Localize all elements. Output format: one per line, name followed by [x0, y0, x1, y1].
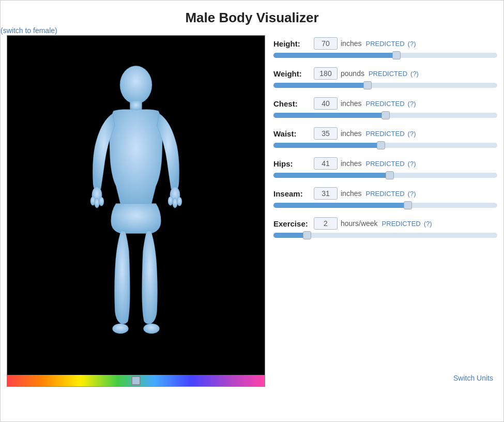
switch-gender-link[interactable]: (switch to female): [1, 26, 57, 35]
control-predicted-inseam: PREDICTED: [365, 190, 404, 198]
control-input-waist[interactable]: [314, 127, 338, 140]
control-row-waist: Waist: inches PREDICTED (?): [273, 127, 497, 148]
control-predicted-height: PREDICTED: [365, 40, 404, 48]
slider-thumb-exercise[interactable]: [303, 231, 311, 239]
controls-panel: Height: inches PREDICTED (?) Weight: pou…: [273, 35, 497, 387]
control-name-inseam: Inseam:: [273, 189, 311, 198]
svg-point-5: [99, 197, 104, 206]
slider-thumb-waist[interactable]: [377, 141, 385, 149]
control-input-chest[interactable]: [314, 97, 338, 110]
slider-fill-inseam: [273, 203, 408, 208]
control-help-height[interactable]: (?): [408, 40, 416, 48]
slider-thumb-weight[interactable]: [363, 81, 372, 89]
control-input-inseam[interactable]: [314, 187, 338, 200]
slider-thumb-height[interactable]: [392, 51, 401, 59]
control-row-chest: Chest: inches PREDICTED (?): [273, 97, 497, 118]
slider-fill-exercise: [273, 233, 307, 238]
page-title: Male Body Visualizer: [1, 1, 503, 26]
control-name-weight: Weight:: [273, 69, 311, 78]
slider-fill-height: [273, 53, 396, 58]
slider-track-inseam[interactable]: [273, 203, 497, 208]
svg-point-11: [144, 324, 160, 334]
slider-track-height[interactable]: [273, 53, 497, 58]
control-unit-chest: inches: [341, 99, 361, 108]
slider-fill-chest: [273, 113, 386, 118]
control-predicted-weight: PREDICTED: [369, 70, 407, 78]
control-help-hips[interactable]: (?): [408, 160, 416, 168]
control-help-weight[interactable]: (?): [410, 70, 419, 78]
control-input-exercise[interactable]: [314, 217, 338, 230]
control-help-exercise[interactable]: (?): [424, 220, 432, 228]
control-input-height[interactable]: [314, 37, 338, 50]
control-input-weight[interactable]: [314, 67, 338, 80]
control-name-height: Height:: [273, 39, 311, 48]
control-unit-inseam: inches: [341, 189, 361, 198]
slider-track-exercise[interactable]: [273, 233, 497, 238]
svg-point-7: [168, 197, 173, 205]
control-help-inseam[interactable]: (?): [408, 190, 416, 198]
svg-point-10: [113, 324, 129, 334]
control-input-hips[interactable]: [314, 157, 338, 170]
control-name-exercise: Exercise:: [273, 219, 311, 228]
slider-track-waist[interactable]: [273, 143, 497, 148]
svg-point-0: [120, 66, 152, 104]
control-row-hips: Hips: inches PREDICTED (?): [273, 157, 497, 178]
slider-fill-hips: [273, 173, 390, 178]
slider-thumb-chest[interactable]: [381, 111, 390, 119]
control-unit-waist: inches: [341, 129, 361, 138]
slider-thumb-inseam[interactable]: [404, 201, 412, 209]
control-help-chest[interactable]: (?): [408, 100, 416, 108]
svg-point-8: [173, 198, 178, 208]
svg-point-4: [95, 198, 100, 208]
control-predicted-waist: PREDICTED: [365, 130, 404, 138]
control-row-inseam: Inseam: inches PREDICTED (?): [273, 187, 497, 208]
control-row-exercise: Exercise: hours/week PREDICTED (?): [273, 217, 497, 238]
slider-track-chest[interactable]: [273, 113, 497, 118]
slider-thumb-hips[interactable]: [386, 171, 394, 179]
slider-fill-waist: [273, 143, 381, 148]
slider-track-hips[interactable]: [273, 173, 497, 178]
control-unit-exercise: hours/week: [341, 219, 378, 228]
control-predicted-hips: PREDICTED: [365, 160, 404, 168]
svg-rect-1: [130, 101, 142, 111]
color-bar-thumb[interactable]: [131, 376, 141, 385]
control-name-chest: Chest:: [273, 99, 311, 108]
control-row-weight: Weight: pounds PREDICTED (?): [273, 67, 497, 88]
control-unit-weight: pounds: [341, 69, 364, 78]
control-row-height: Height: inches PREDICTED (?): [273, 37, 497, 58]
control-name-waist: Waist:: [273, 129, 311, 138]
svg-point-9: [177, 197, 182, 206]
switch-units-button[interactable]: Switch Units: [453, 374, 493, 382]
control-unit-hips: inches: [341, 159, 361, 168]
control-help-waist[interactable]: (?): [408, 130, 416, 138]
control-name-hips: Hips:: [273, 159, 311, 168]
body-viz-container: [7, 35, 265, 387]
slider-track-weight[interactable]: [273, 83, 497, 88]
slider-fill-weight: [273, 83, 368, 88]
color-bar[interactable]: [7, 375, 265, 386]
control-predicted-exercise: PREDICTED: [382, 220, 421, 228]
control-unit-height: inches: [341, 39, 361, 48]
control-predicted-chest: PREDICTED: [365, 100, 404, 108]
switch-units-section: Switch Units: [273, 368, 497, 387]
